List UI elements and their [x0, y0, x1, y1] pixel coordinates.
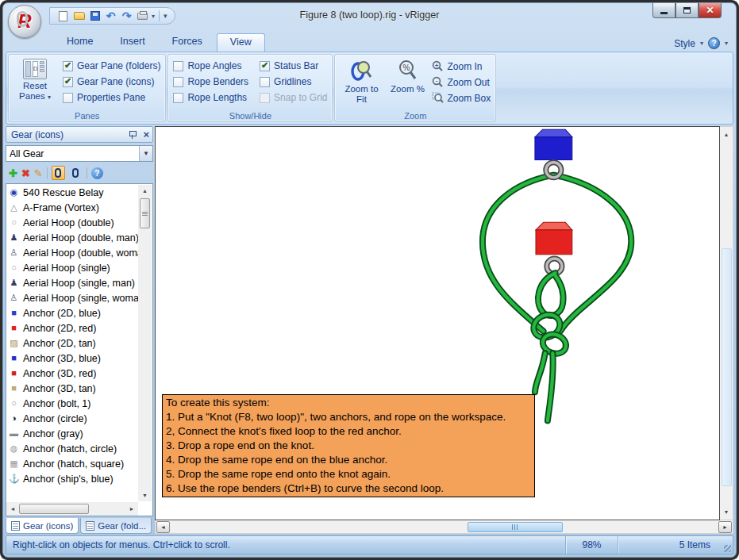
list-item[interactable]: ■Anchor (2D, blue)	[6, 305, 152, 320]
list-item[interactable]: ♟Aerial Hoop (single, man)	[6, 275, 152, 290]
panel-tab-gear-fold-[interactable]: Gear (fold...	[80, 518, 152, 534]
add-gear-button[interactable]: ✚	[9, 168, 17, 178]
scroll-left-icon[interactable]: ◄	[156, 521, 170, 533]
help-dropdown-arrow-icon[interactable]: ▾	[725, 40, 728, 47]
checkbox-properties-pane[interactable]: Properties Pane	[63, 92, 160, 103]
help-icon[interactable]: ?	[708, 37, 720, 49]
list-item[interactable]: ♙Aerial Hoop (single, woman)	[6, 290, 152, 305]
scrollbar-thumb[interactable]	[140, 198, 150, 228]
checkbox-gear-pane-icons-[interactable]: ✔Gear Pane (icons)	[63, 76, 160, 87]
zoom-to-fit-button[interactable]: Zoom to Fit	[340, 57, 383, 109]
ribbon: D ResetPanes ▾ ✔Gear Pane (folders)✔Gear…	[6, 52, 733, 125]
tab-home[interactable]: Home	[54, 33, 106, 52]
tab-view[interactable]: View	[217, 33, 265, 52]
zoom-in-button[interactable]: + Zoom In	[432, 60, 491, 72]
app-menu-button[interactable]: R	[8, 5, 41, 38]
instructions-note[interactable]: To create this system:1. Put a "Knot (F8…	[162, 394, 535, 497]
list-item[interactable]: ○Aerial Hoop (single)	[6, 260, 152, 275]
scroll-up-icon[interactable]: ▲	[138, 185, 152, 197]
title-bar[interactable]: R ↶ ↷ ▾ ▾ Figure 8 (two loop).rig - vRig…	[3, 3, 736, 32]
checkbox-icon[interactable]	[260, 77, 270, 87]
gear-list-horizontal-scrollbar[interactable]: ◄ ►	[6, 502, 138, 516]
scroll-right-icon[interactable]: ►	[718, 521, 732, 533]
checkbox-icon[interactable]: ✔	[260, 61, 270, 71]
scroll-left-icon[interactable]: ◄	[6, 502, 19, 516]
zoom-out-button[interactable]: - Zoom Out	[432, 76, 491, 88]
checkbox-status-bar[interactable]: ✔Status Bar	[260, 60, 327, 71]
list-item[interactable]: ■Anchor (2D, red)	[6, 320, 152, 336]
list-item[interactable]: ♙Aerial Hoop (double, woman)	[6, 245, 152, 260]
canvas-horizontal-scrollbar[interactable]: ◄ ►	[155, 520, 733, 534]
scrollbar-thumb[interactable]	[19, 504, 89, 514]
gear-list-vertical-scrollbar[interactable]: ▲ ▼	[138, 185, 152, 501]
list-item[interactable]: △A-Frame (Vortex)	[6, 200, 152, 215]
list-item[interactable]: ■Anchor (3D, blue)	[6, 351, 152, 366]
panel-tab-gear-icons-[interactable]: Gear (icons)	[6, 518, 79, 534]
checkbox-label: Rope Lengths	[187, 92, 247, 103]
status-zoom-level[interactable]: 98%	[566, 536, 618, 554]
checkbox-icon[interactable]: ✔	[63, 77, 73, 87]
style-dropdown-arrow-icon[interactable]: ▾	[700, 40, 703, 47]
list-item[interactable]: ⚓Anchor (ship's, blue)	[6, 471, 152, 486]
style-button[interactable]: Style	[674, 38, 695, 49]
zoom-percent-button[interactable]: % Zoom %	[386, 57, 429, 109]
zoom-in-icon: +	[432, 60, 444, 72]
figure-8-knot[interactable]	[530, 310, 569, 356]
ribbon-group-show-hide: Rope AnglesRope BendersRope Lengths ✔Sta…	[167, 54, 333, 122]
tab-forces[interactable]: Forces	[160, 33, 215, 52]
list-item[interactable]: ◍Anchor (hatch, circle)	[6, 441, 152, 456]
close-button[interactable]: ✕	[699, 3, 722, 18]
scroll-down-icon[interactable]: ▼	[138, 489, 152, 501]
outline-view-toggle[interactable]	[69, 166, 83, 180]
checkbox-rope-benders[interactable]: Rope Benders	[173, 76, 248, 87]
checkbox-icon[interactable]	[63, 93, 73, 103]
checkbox-rope-angles[interactable]: Rope Angles	[173, 60, 248, 71]
panel-close-icon[interactable]: ×	[143, 129, 149, 140]
list-item[interactable]: ○Anchor (bolt, 1)	[6, 396, 152, 411]
list-item[interactable]: ◑Anchor (circle)	[6, 411, 152, 426]
checkbox-icon[interactable]	[173, 61, 183, 71]
red-anchor[interactable]	[536, 222, 572, 254]
reset-panes-button[interactable]: D ResetPanes ▾	[13, 57, 56, 109]
rope-tail-short[interactable]	[535, 353, 545, 392]
list-item[interactable]: ▬Anchor (gray)	[6, 426, 152, 441]
list-item[interactable]: ▨Anchor (2D, tan)	[6, 336, 152, 351]
workspace-canvas[interactable]: To create this system:1. Put a "Knot (F8…	[155, 126, 720, 520]
checkbox-gear-pane-folders-[interactable]: ✔Gear Pane (folders)	[63, 60, 160, 71]
gear-list-container: ◉540 Rescue Belay△A-Frame (Vortex)○Aeria…	[6, 183, 153, 516]
pin-icon[interactable]	[129, 130, 137, 140]
list-item[interactable]: ○Aerial Hoop (double)	[6, 215, 152, 230]
checkbox-icon[interactable]	[173, 93, 183, 103]
gear-filter-dropdown[interactable]: All Gear ▼	[6, 145, 153, 162]
icon-view-toggle[interactable]	[52, 166, 65, 180]
zoom-in-label: Zoom In	[447, 61, 482, 72]
scroll-right-icon[interactable]: ►	[125, 502, 138, 516]
checkbox-icon[interactable]: ✔	[63, 61, 73, 71]
tab-insert[interactable]: Insert	[107, 33, 157, 52]
scrollbar-thumb[interactable]	[468, 522, 563, 532]
list-item[interactable]: ■Anchor (3D, tan)	[6, 381, 152, 396]
blue-anchor[interactable]	[535, 129, 572, 159]
blue-anchor-ring[interactable]	[546, 163, 561, 178]
maximize-button[interactable]	[675, 3, 699, 18]
list-item[interactable]: ◉540 Rescue Belay	[6, 185, 152, 200]
list-item[interactable]: ■Anchor (3D, red)	[6, 366, 152, 381]
edit-gear-button[interactable]: ✎	[34, 168, 43, 178]
scrollbar-thumb[interactable]	[722, 248, 732, 486]
delete-gear-button[interactable]: ✖	[21, 168, 30, 178]
minimize-button[interactable]	[652, 3, 675, 18]
scroll-down-icon[interactable]: ▼	[720, 506, 733, 518]
scroll-up-icon[interactable]: ▲	[720, 128, 733, 140]
checkbox-gridlines[interactable]: Gridlines	[260, 76, 327, 87]
canvas-vertical-scrollbar[interactable]: ▲ ▼	[720, 126, 733, 520]
minimize-icon	[660, 12, 668, 14]
list-item[interactable]: ▦Anchor (hatch, square)	[6, 456, 152, 471]
zoom-box-button[interactable]: Zoom Box	[432, 92, 491, 104]
checkbox-icon[interactable]	[173, 77, 183, 87]
list-item[interactable]: ♟Aerial Hoop (double, man)	[6, 230, 152, 245]
checkbox-rope-lengths[interactable]: Rope Lengths	[173, 92, 248, 103]
gear-help-button[interactable]: ?	[91, 167, 103, 179]
resize-grip-icon[interactable]	[722, 536, 733, 554]
combo-dropdown-arrow-icon[interactable]: ▼	[139, 146, 152, 161]
svg-text:-: -	[436, 77, 438, 84]
